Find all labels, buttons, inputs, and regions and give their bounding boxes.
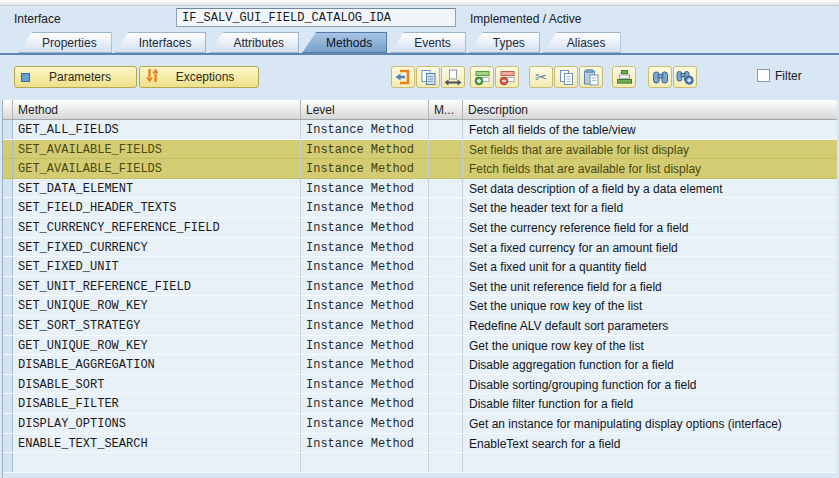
cut-button[interactable]: ✂ xyxy=(529,66,553,88)
level-cell[interactable]: Instance Method xyxy=(301,179,429,198)
row-selector[interactable] xyxy=(3,198,13,217)
level-cell[interactable]: Instance Method xyxy=(301,316,429,335)
paste-button[interactable] xyxy=(579,66,603,88)
table-row[interactable]: GET_ALL_FIELDS Instance Method Fetch all… xyxy=(3,120,837,140)
level-cell[interactable]: Instance Method xyxy=(301,414,429,433)
description-cell[interactable]: Set fields that are available for list d… xyxy=(463,140,837,159)
method-cell[interactable] xyxy=(13,453,301,472)
filter-checkbox[interactable] xyxy=(757,69,770,82)
undo-button[interactable] xyxy=(391,66,415,88)
row-selector[interactable] xyxy=(3,336,13,355)
find-button[interactable] xyxy=(648,66,672,88)
method-cell[interactable]: SET_AVAILABLE_FIELDS xyxy=(13,140,301,159)
table-row[interactable]: SET_DATA_ELEMENT Instance Method Set dat… xyxy=(3,179,837,199)
row-selector[interactable] xyxy=(3,453,13,472)
description-cell[interactable]: Redefine ALV default sort parameters xyxy=(463,316,837,335)
description-cell[interactable]: Set data description of a field by a dat… xyxy=(463,179,837,198)
level-cell[interactable] xyxy=(301,453,429,472)
row-selector[interactable] xyxy=(3,296,13,315)
method-cell[interactable]: GET_ALL_FIELDS xyxy=(13,120,301,139)
method-cell[interactable]: DISABLE_AGGREGATION xyxy=(13,355,301,374)
tab-attributes[interactable]: Attributes xyxy=(209,32,299,53)
column-header-method[interactable]: Method xyxy=(13,100,301,120)
method-cell[interactable]: GET_AVAILABLE_FIELDS xyxy=(13,159,301,178)
table-row[interactable]: DISABLE_AGGREGATION Instance Method Disa… xyxy=(3,355,837,375)
description-cell[interactable]: Disable aggregation function for a field xyxy=(463,355,837,374)
table-row[interactable]: SET_CURRENCY_REFERENCE_FIELD Instance Me… xyxy=(3,218,837,238)
copy-template-button[interactable] xyxy=(416,66,440,88)
level-cell[interactable]: Instance Method xyxy=(301,375,429,394)
table-row[interactable]: DISABLE_SORT Instance Method Disable sor… xyxy=(3,375,837,395)
expand-columns-button[interactable] xyxy=(441,66,465,88)
method-cell[interactable]: SET_FIELD_HEADER_TEXTS xyxy=(13,198,301,217)
method-cell[interactable]: DISABLE_SORT xyxy=(13,375,301,394)
description-cell[interactable]: Set a fixed currency for an amount field xyxy=(463,238,837,257)
exceptions-button[interactable]: Exceptions xyxy=(139,66,259,88)
method-cell[interactable]: ENABLE_TEXT_SEARCH xyxy=(13,434,301,453)
interface-name-field[interactable]: IF_SALV_GUI_FIELD_CATALOG_IDA xyxy=(176,8,456,27)
tab-events[interactable]: Events xyxy=(390,32,466,53)
description-cell[interactable]: Set the currency reference field for a f… xyxy=(463,218,837,237)
row-selector[interactable] xyxy=(3,257,13,276)
description-cell[interactable]: Get the unique row key of the list xyxy=(463,336,837,355)
row-selector[interactable] xyxy=(3,355,13,374)
row-selector[interactable] xyxy=(3,120,13,139)
column-header-level[interactable]: Level xyxy=(301,100,429,120)
column-header-description[interactable]: Description xyxy=(463,100,837,120)
tab-methods[interactable]: Methods xyxy=(302,32,387,53)
method-cell[interactable]: SET_DATA_ELEMENT xyxy=(13,179,301,198)
level-cell[interactable]: Instance Method xyxy=(301,120,429,139)
delete-row-button[interactable] xyxy=(495,66,519,88)
row-selector[interactable] xyxy=(3,179,13,198)
level-cell[interactable]: Instance Method xyxy=(301,336,429,355)
description-cell[interactable]: Fetch all fields of the table/view xyxy=(463,120,837,139)
copy-button[interactable] xyxy=(554,66,578,88)
table-row[interactable]: SET_FIXED_UNIT Instance Method Set a fix… xyxy=(3,257,837,277)
method-cell[interactable]: SET_UNIQUE_ROW_KEY xyxy=(13,296,301,315)
level-cell[interactable]: Instance Method xyxy=(301,394,429,413)
description-cell[interactable] xyxy=(463,453,837,472)
method-cell[interactable]: GET_UNIQUE_ROW_KEY xyxy=(13,336,301,355)
table-row[interactable]: DISPLAY_OPTIONS Instance Method Get an i… xyxy=(3,414,837,434)
row-selector[interactable] xyxy=(3,140,13,159)
table-row[interactable]: DISABLE_FILTER Instance Method Disable f… xyxy=(3,394,837,414)
table-row[interactable]: SET_FIXED_CURRENCY Instance Method Set a… xyxy=(3,238,837,258)
table-row[interactable]: ENABLE_TEXT_SEARCH Instance Method Enabl… xyxy=(3,434,837,454)
row-selector[interactable] xyxy=(3,277,13,296)
level-cell[interactable]: Instance Method xyxy=(301,257,429,276)
row-selector[interactable] xyxy=(3,316,13,335)
description-cell[interactable]: Set the unit reference field for a field xyxy=(463,277,837,296)
find-next-button[interactable] xyxy=(673,66,697,88)
level-cell[interactable]: Instance Method xyxy=(301,198,429,217)
level-cell[interactable]: Instance Method xyxy=(301,296,429,315)
description-cell[interactable]: Set the unique row key of the list xyxy=(463,296,837,315)
column-header-modifier[interactable]: M... xyxy=(429,100,463,120)
tab-interfaces[interactable]: Interfaces xyxy=(115,32,207,53)
description-cell[interactable]: Disable filter function for a field xyxy=(463,394,837,413)
table-row[interactable]: SET_FIELD_HEADER_TEXTS Instance Method S… xyxy=(3,198,837,218)
level-cell[interactable]: Instance Method xyxy=(301,238,429,257)
method-cell[interactable]: DISPLAY_OPTIONS xyxy=(13,414,301,433)
sort-button[interactable] xyxy=(612,66,636,88)
description-cell[interactable]: Fetch fields that are available for list… xyxy=(463,159,837,178)
row-selector[interactable] xyxy=(3,238,13,257)
method-cell[interactable]: SET_FIXED_CURRENCY xyxy=(13,238,301,257)
tab-types[interactable]: Types xyxy=(469,32,540,53)
table-row[interactable]: SET_UNIT_REFERENCE_FIELD Instance Method… xyxy=(3,277,837,297)
description-cell[interactable]: Set a fixed unit for a quantity field xyxy=(463,257,837,276)
row-selector[interactable] xyxy=(3,159,13,178)
row-selector[interactable] xyxy=(3,434,13,453)
description-cell[interactable]: Set the header text for a field xyxy=(463,198,837,217)
level-cell[interactable]: Instance Method xyxy=(301,218,429,237)
description-cell[interactable]: Disable sorting/grouping function for a … xyxy=(463,375,837,394)
row-selector[interactable] xyxy=(3,375,13,394)
table-row[interactable]: SET_UNIQUE_ROW_KEY Instance Method Set t… xyxy=(3,296,837,316)
level-cell[interactable]: Instance Method xyxy=(301,159,429,178)
table-row[interactable]: GET_UNIQUE_ROW_KEY Instance Method Get t… xyxy=(3,336,837,356)
method-cell[interactable]: SET_UNIT_REFERENCE_FIELD xyxy=(13,277,301,296)
description-cell[interactable]: Get an instance for manipulating display… xyxy=(463,414,837,433)
method-cell[interactable]: SET_FIXED_UNIT xyxy=(13,257,301,276)
insert-row-button[interactable] xyxy=(470,66,494,88)
level-cell[interactable]: Instance Method xyxy=(301,140,429,159)
method-cell[interactable]: SET_SORT_STRATEGY xyxy=(13,316,301,335)
